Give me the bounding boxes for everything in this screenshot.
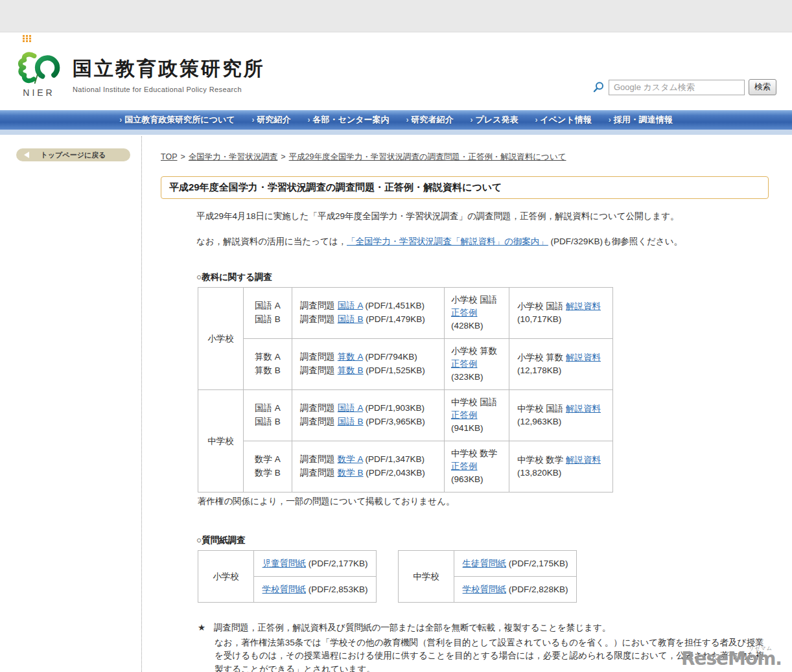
file-size: (13,820KB) <box>517 467 612 480</box>
file-size: (PDF/2,175KB) <box>509 559 568 568</box>
problem-pdf-link[interactable]: 数学 A <box>338 454 363 464</box>
nav-label: 研究紹介 <box>257 114 291 126</box>
subject-cell: 国語 A 国語 B <box>244 390 292 441</box>
search-icon <box>592 81 605 93</box>
material-cell: 小学校 国語 解説資料 (10,717KB) <box>509 288 613 339</box>
nier-butterfly-icon <box>17 51 61 87</box>
nav-item-research[interactable]: › 研究紹介 <box>244 114 299 126</box>
site-title: 国立教育政策研究所 <box>73 56 265 82</box>
school-cell: 中学校 <box>198 390 244 492</box>
problem-pdf-link[interactable]: 国語 A <box>338 301 363 310</box>
site-brand[interactable]: NIER 国立教育政策研究所 National Institute for Ed… <box>16 51 265 98</box>
subject-cell: 数学 A 数学 B <box>244 441 292 492</box>
file-size: (PDF/2,043KB) <box>366 468 425 478</box>
questionnaire-cell: 生徒質問紙 (PDF/2,175KB) <box>454 551 577 577</box>
questionnaire-pdf-link[interactable]: 学校質問紙 <box>463 585 507 594</box>
questionnaire-cell: 学校質問紙 (PDF/2,853KB) <box>254 577 377 603</box>
nav-item-press[interactable]: › プレス発表 <box>462 114 527 126</box>
intro-paragraph-1: 平成29年4月18日に実施した「平成29年度全国学力・学習状況調査」の調査問題，… <box>196 211 769 222</box>
chevron-right-icon: › <box>119 115 122 124</box>
main-nav: › 国立教育政策研究所について › 研究紹介 › 各部・センター案内 › 研究者… <box>0 110 792 130</box>
questionnaire-cell: 学校質問紙 (PDF/2,828KB) <box>454 577 577 603</box>
file-size: (PDF/1,347KB) <box>366 454 425 464</box>
nav-item-recruit[interactable]: › 採用・調達情報 <box>600 114 681 126</box>
problem-pdf-link[interactable]: 算数 A <box>338 352 363 362</box>
material-pdf-link[interactable]: 解説資料 <box>566 404 601 413</box>
material-cell: 中学校 国語 解説資料 (12,963KB) <box>509 390 613 441</box>
file-size: (PDF/1,903KB) <box>366 403 425 413</box>
answer-pdf-link[interactable]: 正答例 <box>451 461 478 471</box>
nav-label: 各部・センター案内 <box>313 114 390 126</box>
table-row: 中学校 生徒質問紙 (PDF/2,175KB) <box>399 551 577 577</box>
questionnaire-cell: 児童質問紙 (PDF/2,177KB) <box>254 551 377 577</box>
file-size: (PDF/2,177KB) <box>309 559 368 568</box>
problem-pdf-link[interactable]: 数学 B <box>338 468 364 478</box>
school-cell: 小学校 <box>198 288 244 390</box>
chevron-right-icon: › <box>308 115 310 124</box>
site-header: NIER 国立教育政策研究所 National Institute for Ed… <box>0 32 792 110</box>
problem-pdf-link[interactable]: 国語 A <box>338 403 363 413</box>
back-to-top-button[interactable]: トップページに戻る <box>16 148 130 161</box>
material-pdf-link[interactable]: 解説資料 <box>566 301 601 311</box>
nier-acronym: NIER <box>16 87 62 98</box>
nav-item-about[interactable]: › 国立教育政策研究所について <box>111 114 243 126</box>
footnote-line-1: 調査問題，正答例，解説資料及び質問紙の一部または全部を無断で転載，複製することを… <box>214 621 611 635</box>
star-icon: ★ <box>198 621 205 635</box>
questionnaire-heading: ○質問紙調査 <box>196 535 769 546</box>
chevron-right-icon: › <box>252 115 255 124</box>
nav-item-departments[interactable]: › 各部・センター案内 <box>299 114 398 126</box>
nav-label: イベント情報 <box>540 114 591 126</box>
nav-item-researchers[interactable]: › 研究者紹介 <box>398 114 462 126</box>
answer-pdf-link[interactable]: 正答例 <box>451 308 478 318</box>
junior-high-questionnaire-table: 中学校 生徒質問紙 (PDF/2,175KB) 学校質問紙 (PDF/2,828… <box>398 550 577 603</box>
material-pdf-link[interactable]: 解説資料 <box>566 455 601 465</box>
problem-pdf-link[interactable]: 国語 B <box>338 417 364 426</box>
chevron-right-icon: › <box>609 115 611 124</box>
resemom-watermark: リセマム ReseMom. <box>681 648 782 669</box>
file-size: (323KB) <box>451 371 509 384</box>
copyright-note: 著作権の関係により，一部の問題について掲載しておりません。 <box>198 496 769 507</box>
subject-survey-heading: ○教科に関する調査 <box>196 272 769 283</box>
problem-pdf-link[interactable]: 算数 B <box>338 365 364 375</box>
material-pdf-link[interactable]: 解説資料 <box>566 353 601 362</box>
questionnaire-pdf-link[interactable]: 学校質問紙 <box>262 585 307 594</box>
breadcrumb-survey-link[interactable]: 全国学力・学習状況調査 <box>189 152 278 161</box>
intro2-post: (PDF/329KB)も御参照ください。 <box>548 237 682 246</box>
file-size: (PDF/2,828KB) <box>509 585 568 594</box>
subject-cell: 算数 A 算数 B <box>244 339 292 390</box>
material-cell: 小学校 算数 解説資料 (12,178KB) <box>509 339 613 390</box>
file-size: (12,963KB) <box>517 415 612 428</box>
chevron-right-icon: › <box>406 115 409 124</box>
search-input[interactable] <box>609 80 745 95</box>
search-block: 検索 <box>592 79 776 95</box>
breadcrumb-top-link[interactable]: TOP <box>161 152 177 161</box>
breadcrumb-separator: > <box>180 152 185 161</box>
table-row: 数学 A 数学 B 調査問題 数学 A (PDF/1,347KB) 調査問題 数… <box>198 441 613 492</box>
table-row: 中学校 国語 A 国語 B 調査問題 国語 A (PDF/1,903KB) 調査… <box>198 390 613 441</box>
questionnaire-tables: 小学校 児童質問紙 (PDF/2,177KB) 学校質問紙 (PDF/2,853… <box>198 550 769 603</box>
answer-pdf-link[interactable]: 正答例 <box>451 410 478 420</box>
file-size: (963KB) <box>451 473 509 486</box>
file-size: (12,178KB) <box>517 364 612 377</box>
table-row: 算数 A 算数 B 調査問題 算数 A (PDF/794KB) 調査問題 算数 … <box>198 339 613 390</box>
chevron-right-icon: › <box>535 115 537 124</box>
search-button[interactable]: 検索 <box>749 79 776 95</box>
nav-label: 国立教育政策研究所について <box>124 114 235 126</box>
answer-pdf-link[interactable]: 正答例 <box>451 359 478 369</box>
file-size: (PDF/1,525KB) <box>366 365 425 375</box>
guide-pdf-link[interactable]: 「全国学力・学習状況調査「解説資料」の御案内」 <box>347 237 548 246</box>
breadcrumb-separator: > <box>281 152 285 161</box>
back-arrow-icon <box>24 152 29 158</box>
problems-cell: 調査問題 国語 A (PDF/1,903KB) 調査問題 国語 B (PDF/3… <box>292 390 445 441</box>
school-cell: 中学校 <box>399 551 454 603</box>
questionnaire-pdf-link[interactable]: 児童質問紙 <box>262 559 307 568</box>
school-cell: 小学校 <box>198 551 254 603</box>
nav-item-events[interactable]: › イベント情報 <box>526 114 600 126</box>
problem-pdf-link[interactable]: 国語 B <box>338 314 364 324</box>
answer-cell: 中学校 数学 正答例 (963KB) <box>445 441 509 492</box>
breadcrumb-current-link[interactable]: 平成29年度全国学力・学習状況調査の調査問題・正答例・解説資料について <box>289 152 566 161</box>
answer-cell: 小学校 算数 正答例 (323KB) <box>445 339 509 390</box>
questionnaire-pdf-link[interactable]: 生徒質問紙 <box>463 559 507 568</box>
problems-cell: 調査問題 国語 A (PDF/1,451KB) 調査問題 国語 B (PDF/1… <box>292 288 445 339</box>
problems-cell: 調査問題 数学 A (PDF/1,347KB) 調査問題 数学 B (PDF/2… <box>292 441 445 492</box>
